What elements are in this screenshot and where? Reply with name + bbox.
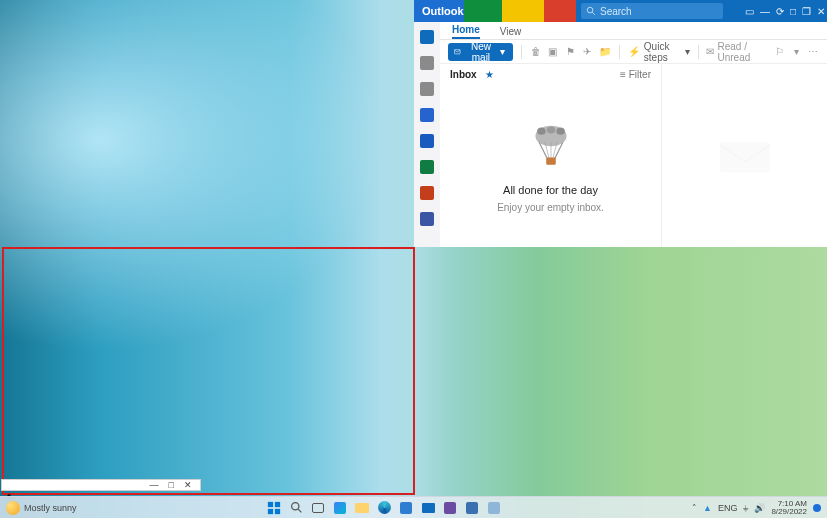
taskbar-tray: ˄ ▲ ENG ⏚ 🔊 7:10 AM 8/29/2022 — [692, 500, 827, 516]
todo-icon[interactable] — [420, 108, 434, 122]
flag-icon[interactable]: ⚐ — [773, 45, 784, 59]
outlook-title: Outlook — [422, 5, 464, 17]
outlook-window: Outlook ▭ ― ⟳ □ ❐ ✕ Home Vie — [414, 0, 827, 247]
message-list-pane: Inbox ★ ≡ Filter — [440, 64, 662, 247]
archive-icon[interactable]: ▣ — [547, 45, 558, 59]
excel-icon[interactable] — [420, 160, 434, 174]
empty-state: All done for the day Enjoy your empty in… — [440, 84, 661, 247]
mail-plus-icon — [454, 47, 462, 57]
chevron-down-icon: ▾ — [500, 46, 505, 57]
svg-point-13 — [291, 503, 298, 510]
svg-point-6 — [556, 128, 564, 135]
file-explorer-button[interactable] — [353, 499, 371, 517]
close-button[interactable]: ✕ — [817, 6, 825, 17]
maximize-button[interactable]: □ — [790, 6, 796, 17]
svg-point-0 — [587, 7, 593, 13]
powerpoint-icon[interactable] — [420, 186, 434, 200]
clock-date: 8/29/2022 — [771, 508, 807, 516]
search-icon — [586, 6, 596, 16]
delete-icon[interactable]: 🗑 — [530, 45, 541, 59]
outlook-titlebar[interactable]: Outlook ▭ ― ⟳ □ ❐ ✕ — [414, 0, 827, 22]
read-unread-button[interactable]: ✉ Read / Unread — [706, 41, 767, 63]
filter-icon: ≡ — [620, 69, 626, 80]
svg-rect-11 — [268, 508, 273, 513]
media-button[interactable] — [485, 499, 503, 517]
quick-steps-button[interactable]: ⚡ Quick steps ▾ — [628, 41, 690, 63]
ribbon-tabs: Home View — [440, 22, 827, 40]
more-icon[interactable]: ⋯ — [808, 45, 819, 59]
wifi-icon[interactable]: ⏚ — [743, 503, 748, 513]
taskbar[interactable]: Mostly sunny ˄ ▲ ENG ⏚ 🔊 7:10 AM 8/29/20… — [0, 496, 827, 518]
minimize-button[interactable]: ― — [760, 6, 770, 17]
search-button[interactable] — [287, 499, 305, 517]
onedrive-icon[interactable]: ▲ — [703, 503, 712, 513]
envelope-placeholder-icon — [715, 134, 775, 178]
mail-button[interactable] — [419, 499, 437, 517]
chevron-down-icon[interactable]: ▾ — [791, 45, 802, 59]
empty-subtitle: Enjoy your empty inbox. — [497, 202, 604, 213]
svg-line-1 — [592, 12, 595, 15]
filter-label: Filter — [629, 69, 651, 80]
new-mail-label: New mail — [466, 41, 497, 63]
search-box[interactable] — [581, 3, 723, 19]
svg-rect-9 — [268, 501, 273, 506]
people-icon[interactable] — [420, 82, 434, 96]
notifications-icon[interactable] — [813, 504, 821, 512]
filter-button[interactable]: ≡ Filter — [620, 69, 651, 80]
start-button[interactable] — [265, 499, 283, 517]
quick-steps-label: Quick steps — [644, 41, 681, 63]
sweep-icon[interactable]: ✈ — [582, 45, 593, 59]
weather-icon — [6, 501, 20, 515]
svg-rect-7 — [546, 158, 556, 165]
search-input[interactable] — [596, 6, 727, 17]
empty-title: All done for the day — [503, 184, 598, 196]
mail-icon[interactable] — [420, 30, 434, 44]
minimize-button[interactable]: ― — [150, 481, 159, 490]
settings-button[interactable] — [441, 499, 459, 517]
task-view-button[interactable] — [309, 499, 327, 517]
window-buttons: ▭ ― ⟳ □ ❐ ✕ — [745, 0, 825, 22]
volume-icon[interactable]: 🔊 — [754, 503, 765, 513]
report-icon[interactable]: ⚑ — [565, 45, 576, 59]
svg-line-14 — [298, 509, 301, 512]
tab-home[interactable]: Home — [452, 24, 480, 39]
taskbar-apps — [77, 499, 692, 517]
chevron-down-icon: ▾ — [685, 46, 690, 57]
settings-sync-icon[interactable]: ⟳ — [776, 6, 784, 17]
close-button[interactable]: ✕ — [184, 481, 192, 490]
svg-point-5 — [546, 126, 554, 133]
lightning-icon: ⚡ — [628, 46, 640, 57]
chevron-up-icon[interactable]: ˄ — [692, 503, 697, 513]
restore-button[interactable]: ❐ — [802, 6, 811, 17]
language-indicator[interactable]: ENG — [718, 503, 738, 513]
maximize-button[interactable]: □ — [169, 481, 174, 490]
inbox-header: Inbox ★ ≡ Filter — [440, 64, 661, 84]
taskbar-weather[interactable]: Mostly sunny — [0, 501, 77, 515]
ribbon-toolbar: New mail ▾ 🗑 ▣ ⚑ ✈ 📁 ⚡ Quick steps ▾ ✉ — [440, 40, 827, 64]
envelope-icon: ✉ — [706, 46, 714, 57]
svg-rect-12 — [275, 508, 280, 513]
svg-rect-8 — [720, 142, 770, 172]
read-unread-label: Read / Unread — [717, 41, 767, 63]
svg-rect-10 — [275, 501, 280, 506]
new-mail-button[interactable]: New mail ▾ — [448, 43, 513, 61]
weather-text: Mostly sunny — [24, 503, 77, 513]
move-icon[interactable]: 📁 — [599, 45, 611, 59]
app-rail — [414, 22, 440, 247]
star-icon[interactable]: ★ — [485, 69, 494, 80]
svg-point-4 — [537, 128, 545, 135]
more-apps-icon[interactable] — [420, 212, 434, 226]
inbox-label[interactable]: Inbox — [450, 69, 477, 80]
app-button[interactable] — [463, 499, 481, 517]
store-button[interactable] — [397, 499, 415, 517]
dragged-window-titlebar[interactable]: ― □ ✕ — [1, 479, 201, 491]
layout-icon[interactable]: ▭ — [745, 6, 754, 17]
balloon-illustration — [521, 118, 581, 178]
reading-pane — [662, 64, 827, 247]
tab-view[interactable]: View — [500, 26, 522, 39]
word-icon[interactable] — [420, 134, 434, 148]
calendar-icon[interactable] — [420, 56, 434, 70]
edge-button[interactable] — [375, 499, 393, 517]
clock[interactable]: 7:10 AM 8/29/2022 — [771, 500, 807, 516]
widgets-button[interactable] — [331, 499, 349, 517]
